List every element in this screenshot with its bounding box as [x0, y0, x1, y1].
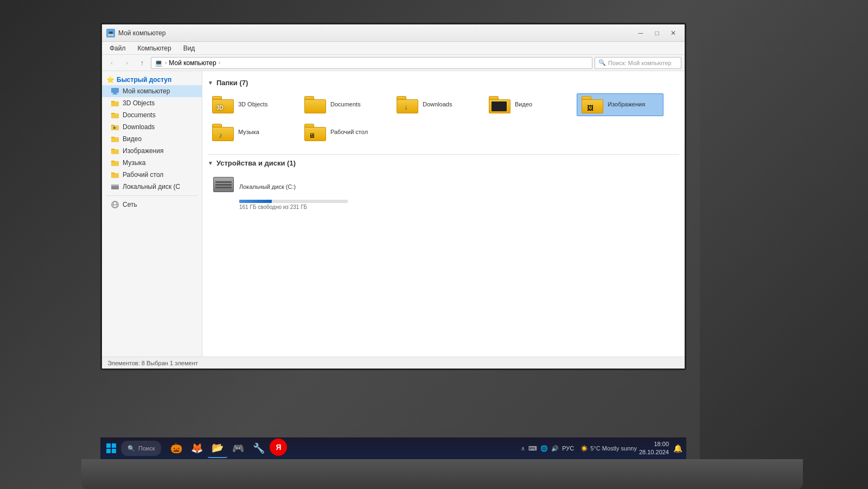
- folder-item-images[interactable]: Изображения: [577, 93, 663, 116]
- folder-video-icon: [111, 135, 119, 143]
- window-title: Мой компьютер: [118, 29, 165, 37]
- sidebar-item-3dobjects[interactable]: 3D Objects: [102, 97, 202, 109]
- folder-item-downloads[interactable]: Downloads: [392, 93, 479, 116]
- folder-item-desktop[interactable]: Рабочий стол: [300, 122, 387, 143]
- status-text: Элементов: 8 Выбран 1 элемент: [107, 360, 198, 366]
- disk-progress-bar: [239, 200, 348, 203]
- sidebar-item-images[interactable]: Изображения: [102, 145, 202, 157]
- svg-rect-9: [112, 443, 116, 448]
- time-info[interactable]: 18:00 28.10.2024: [639, 440, 669, 457]
- taskbar-search-icon: 🔍: [127, 445, 135, 452]
- sidebar-item-network[interactable]: Сеть: [102, 199, 202, 211]
- up-button[interactable]: ↑: [136, 57, 149, 69]
- windows-logo-icon: [106, 443, 117, 454]
- taskbar-search-label: Поиск: [138, 445, 155, 452]
- title-bar: 💻 Мой компьютер ─ □ ✕: [102, 24, 685, 42]
- folder-video-icon-large: [489, 96, 510, 113]
- status-bar: Элементов: 8 Выбран 1 элемент: [102, 357, 685, 369]
- search-icon: 🔍: [598, 59, 606, 66]
- breadcrumb-separator: ›: [165, 60, 167, 66]
- folder-item-3dobjects[interactable]: 3D Objects: [208, 93, 295, 116]
- disk-header: Локальный диск (C:): [213, 177, 322, 196]
- folders-section-header: ▼ Папки (7): [208, 79, 679, 87]
- taskbar-right: ∧ ⌨ 🌐 🔊 РУС ☀️ 5°C Mostly sunny 18:00 28…: [516, 440, 684, 457]
- folders-section-title: Папки (7): [216, 79, 248, 87]
- tray-expand[interactable]: ∧: [521, 445, 525, 452]
- folder-img-icon: [111, 147, 119, 155]
- notification-button[interactable]: 🔔: [671, 442, 684, 455]
- sidebar-item-documents[interactable]: Documents: [102, 109, 202, 121]
- folder-dl-icon-large: [397, 96, 418, 113]
- back-button[interactable]: ‹: [105, 57, 118, 69]
- svg-rect-11: [112, 449, 116, 453]
- clock-date: 28.10.2024: [639, 448, 669, 456]
- disk-item-c[interactable]: Локальный диск (C:) 161 ГБ свободно из 2…: [208, 174, 327, 213]
- close-button[interactable]: ✕: [666, 28, 680, 39]
- folder-docs-icon-large: [304, 96, 326, 113]
- taskbar: 🔍 Поиск 🎃 🦊 📂 🎮 🔧 Я ∧ ⌨ 🌐 🔊 РУС ☀️ 5°C M…: [100, 437, 686, 459]
- sidebar-item-desktop[interactable]: Рабочий стол: [102, 169, 202, 181]
- sidebar-item-my-computer[interactable]: Мой компьютер: [102, 85, 202, 97]
- folder-item-music[interactable]: Музыка: [208, 122, 295, 143]
- folders-grid: 3D Objects Documents: [208, 93, 679, 143]
- start-button[interactable]: [103, 440, 120, 457]
- network-icon: [111, 200, 119, 209]
- my-computer-icon: [111, 87, 119, 96]
- sidebar-quick-access-header: ⭐ Быстрый доступ: [102, 74, 202, 85]
- screen-area: 💻 Мой компьютер ─ □ ✕ Файл Компьютер Вид…: [100, 23, 686, 370]
- taskbar-app-yandex[interactable]: Я: [270, 439, 287, 456]
- address-bar[interactable]: 💻 › Мой компьютер ›: [151, 57, 592, 69]
- devices-chevron[interactable]: ▼: [208, 160, 213, 166]
- folder-docs-label: Documents: [330, 101, 361, 108]
- svg-rect-10: [106, 449, 111, 453]
- content-area: ⭐ Быстрый доступ Мой компьютер 3D Object…: [102, 71, 685, 357]
- toolbar: ‹ › ↑ 💻 › Мой компьютер › 🔍 Поиск: Мой к…: [102, 55, 685, 71]
- menu-bar: Файл Компьютер Вид: [102, 42, 685, 55]
- taskbar-apps: 🎃 🦊 📂 🎮 🔧 Я: [167, 439, 287, 458]
- search-placeholder-text: Поиск: Мой компьютер: [608, 60, 672, 66]
- folder-item-video[interactable]: Видео: [484, 93, 571, 116]
- quick-access-icon: ⭐: [106, 76, 114, 84]
- sidebar-item-local-disk[interactable]: Локальный диск (C: [102, 181, 202, 193]
- taskbar-app-explorer[interactable]: 📂: [208, 439, 227, 458]
- svg-rect-4: [111, 185, 119, 186]
- tray-language[interactable]: РУС: [562, 445, 574, 452]
- folder-images-label: Изображения: [608, 101, 645, 108]
- folder-item-documents[interactable]: Documents: [300, 93, 387, 116]
- svg-rect-1: [113, 93, 117, 94]
- taskbar-app-tools[interactable]: 🔧: [249, 439, 269, 458]
- menu-view[interactable]: Вид: [178, 43, 201, 53]
- menu-file[interactable]: Файл: [104, 43, 131, 53]
- menu-computer[interactable]: Компьютер: [132, 43, 177, 53]
- sidebar: ⭐ Быстрый доступ Мой компьютер 3D Object…: [102, 71, 202, 357]
- tray-network-icon[interactable]: 🌐: [540, 445, 548, 452]
- tray-volume-icon[interactable]: 🔊: [551, 445, 559, 452]
- taskbar-app-game[interactable]: 🎮: [228, 439, 248, 458]
- taskbar-app-decorative[interactable]: 🎃: [167, 439, 186, 458]
- disk-fill: [239, 200, 272, 203]
- folder-3d-icon: [111, 99, 119, 107]
- folder-video-label: Видео: [515, 101, 532, 108]
- search-bar[interactable]: 🔍 Поиск: Мой компьютер: [595, 57, 681, 69]
- taskbar-search[interactable]: 🔍 Поиск: [121, 441, 161, 456]
- sidebar-item-music[interactable]: Музыка: [102, 157, 202, 169]
- folders-chevron[interactable]: ▼: [208, 80, 213, 86]
- folder-3d-icon-large: [212, 96, 234, 113]
- maximize-button[interactable]: □: [650, 28, 664, 39]
- svg-rect-0: [111, 88, 119, 93]
- disk-icon-large: [213, 177, 235, 196]
- sidebar-item-video[interactable]: Видео: [102, 133, 202, 145]
- sidebar-quick-access-section: ⭐ Быстрый доступ Мой компьютер 3D Object…: [102, 73, 202, 194]
- forward-button[interactable]: ›: [120, 57, 133, 69]
- folder-3d-label: 3D Objects: [238, 101, 267, 108]
- sidebar-item-downloads[interactable]: Downloads: [102, 121, 202, 133]
- keyboard-area: [81, 459, 803, 489]
- weather-info: ☀️ 5°C Mostly sunny: [580, 445, 637, 452]
- disk-label: Локальный диск (C:): [239, 183, 296, 190]
- minimize-button[interactable]: ─: [634, 28, 648, 39]
- file-area: ▼ Папки (7) 3D Objects: [202, 71, 685, 357]
- sys-tray: ∧ ⌨ 🌐 🔊 РУС: [516, 445, 578, 452]
- folder-img-icon-large: [582, 96, 603, 113]
- taskbar-app-firefox[interactable]: 🦊: [187, 439, 207, 458]
- folder-music-icon-large: [212, 124, 234, 141]
